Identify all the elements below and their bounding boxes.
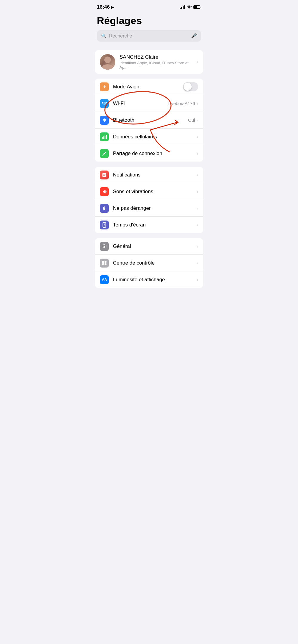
profile-subtitle: Identifiant Apple, iCloud, iTunes Store … [119,61,197,70]
screentime-icon [100,221,109,229]
time-display: 16:46 [97,4,110,10]
svg-rect-9 [103,175,105,176]
svg-rect-3 [106,135,107,139]
status-bar: 16:46 ▶ [91,0,207,12]
profile-chevron: › [197,60,198,64]
search-placeholder: Recherche [109,33,189,39]
hotspot-chevron: › [197,151,198,156]
hotspot-label: Partage de connexion [113,151,197,157]
wifi-icon [187,5,192,9]
dnd-chevron: › [197,206,198,211]
airplane-mode-icon: ✈ [100,82,109,91]
notifications-icon [100,171,109,179]
bluetooth-row[interactable]: ∗ Bluetooth Oui › [95,112,203,129]
airplane-mode-toggle[interactable] [183,82,198,91]
profile-info: SANCHEZ Claire Identifiant Apple, iCloud… [119,54,197,70]
display-chevron: › [197,277,198,282]
svg-rect-14 [105,261,107,263]
svg-rect-1 [103,136,104,139]
search-bar[interactable]: 🔍 Recherche 🎤 [97,30,201,42]
system-section: Général › Centre de contrôle › [95,238,203,288]
bluetooth-icon: ∗ [100,116,109,125]
notifications-row[interactable]: Notifications › [95,167,203,183]
sounds-icon [100,187,109,196]
location-icon: ▶ [111,5,114,10]
cellular-label: Données cellulaires [113,134,197,140]
display-row[interactable]: AA Luminosité et affichage › [95,271,203,288]
notifications-section: Notifications › Sons et vibrations › [95,167,203,233]
wifi-settings-icon [100,99,109,108]
cellular-icon [100,132,109,141]
screentime-label: Temps d'écran [113,222,197,228]
svg-marker-10 [103,190,105,193]
wifi-row[interactable]: Wi-Fi Livebox-A176 › [95,95,203,112]
svg-rect-8 [103,174,105,174]
cellular-row[interactable]: Données cellulaires › [95,129,203,145]
mic-icon: 🎤 [191,33,197,39]
display-icon: AA [100,275,109,284]
dnd-icon [100,204,109,213]
dnd-row[interactable]: Ne pas déranger › [95,200,203,217]
signal-icon [180,5,185,9]
notifications-chevron: › [197,173,198,177]
general-icon [100,242,109,251]
general-chevron: › [197,244,198,249]
profile-name: SANCHEZ Claire [119,54,197,60]
search-icon: 🔍 [101,33,107,39]
network-section: ✈ Mode Avion Wi-Fi [95,79,203,162]
airplane-mode-label: Mode Avion [113,84,183,90]
cellular-chevron: › [197,135,198,139]
hotspot-row[interactable]: Partage de connexion › [95,145,203,162]
general-label: Général [113,243,197,249]
sounds-chevron: › [197,189,198,194]
svg-rect-15 [102,263,104,265]
battery-icon [193,5,201,9]
page-title: Réglages [97,15,201,26]
wifi-network-name: Livebox-A176 [168,101,195,106]
status-time: 16:46 ▶ [97,4,114,10]
profile-section: SANCHEZ Claire Identifiant Apple, iCloud… [95,50,203,74]
bluetooth-chevron: › [197,118,198,123]
svg-rect-2 [105,135,105,139]
svg-rect-0 [102,137,103,139]
svg-rect-13 [102,261,104,263]
sounds-label: Sons et vibrations [113,189,197,195]
avatar [100,54,115,70]
controlcenter-label: Centre de contrôle [113,260,197,266]
screentime-chevron: › [197,223,198,227]
profile-row[interactable]: SANCHEZ Claire Identifiant Apple, iCloud… [95,50,203,74]
controlcenter-chevron: › [197,261,198,265]
wifi-label: Wi-Fi [113,101,168,107]
display-label: Luminosité et affichage [113,277,197,283]
svg-rect-16 [105,263,107,265]
airplane-mode-row[interactable]: ✈ Mode Avion [95,79,203,95]
general-row[interactable]: Général › [95,238,203,255]
controlcenter-row[interactable]: Centre de contrôle › [95,255,203,271]
wifi-chevron: › [197,101,198,106]
notifications-label: Notifications [113,172,197,178]
sounds-row[interactable]: Sons et vibrations › [95,183,203,200]
controlcenter-icon [100,259,109,268]
status-icons [180,5,201,9]
screentime-row[interactable]: Temps d'écran › [95,217,203,233]
header: Réglages 🔍 Recherche 🎤 [91,12,207,45]
bluetooth-status: Oui [188,118,195,123]
dnd-label: Ne pas déranger [113,205,197,211]
hotspot-icon [100,149,109,158]
bluetooth-label: Bluetooth [113,117,188,123]
